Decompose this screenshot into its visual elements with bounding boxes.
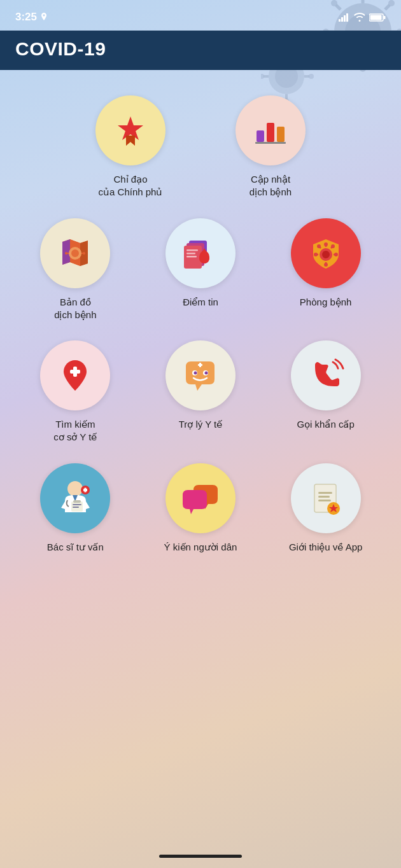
svg-rect-32 [339, 19, 341, 22]
news-icon [181, 234, 220, 272]
main-content: Chỉ đạo của Chính phủ Cập nhật dịch bệnh [0, 70, 401, 585]
svg-point-74 [317, 244, 321, 248]
icon-diem-tin [165, 218, 236, 288]
app-item-cap-nhat[interactable]: Cập nhật dịch bệnh [220, 95, 321, 199]
svg-rect-60 [186, 256, 197, 258]
svg-point-53 [65, 252, 67, 255]
icon-phong-benh [291, 218, 361, 288]
app-item-phong-benh[interactable]: Phòng bệnh [275, 218, 377, 322]
label-ban-do: Bản đồ dịch bệnh [54, 296, 96, 322]
location-plus-icon [56, 356, 94, 395]
svg-point-80 [205, 371, 208, 374]
signal-icon [339, 13, 350, 22]
svg-point-64 [324, 242, 328, 246]
app-title: COVID-19 [15, 38, 386, 60]
shield-virus-icon [307, 234, 345, 272]
medical-bot-icon [179, 355, 221, 396]
svg-point-68 [324, 263, 328, 267]
icon-tro-ly [165, 340, 236, 410]
svg-rect-42 [277, 127, 285, 142]
label-chi-dao: Chỉ đạo của Chính phủ [99, 173, 163, 199]
app-item-y-kien[interactable]: Ý kiến người dân [150, 463, 251, 554]
status-bar: 3:25 [0, 0, 401, 31]
app-item-ban-do[interactable]: Bản đồ dịch bệnh [24, 218, 126, 322]
status-icons [339, 13, 386, 22]
icon-chi-dao [95, 95, 165, 165]
status-time: 3:25 [15, 11, 37, 24]
svg-point-70 [314, 253, 318, 256]
icon-y-kien [165, 463, 236, 533]
label-gioi-thieu: Giới thiệu về App [289, 541, 362, 554]
icon-cap-nhat [236, 95, 306, 165]
app-item-diem-tin[interactable]: Điểm tin [150, 218, 251, 322]
doctor-icon [55, 477, 96, 519]
svg-rect-37 [384, 16, 386, 19]
svg-rect-93 [318, 492, 332, 494]
svg-rect-94 [318, 496, 330, 498]
row-2: Bản đồ dịch bệnh Điểm tin [13, 218, 388, 322]
svg-rect-34 [344, 15, 346, 22]
label-phong-benh: Phòng bệnh [300, 296, 352, 309]
home-indicator [159, 855, 242, 858]
battery-icon [369, 13, 386, 22]
row-3: Tìm kiếm cơ sở Y tế [13, 340, 388, 444]
svg-rect-90 [84, 488, 86, 493]
label-cap-nhat: Cập nhật dịch bệnh [250, 173, 292, 199]
svg-point-45 [71, 249, 79, 257]
label-tro-ly: Trợ lý Y tế [179, 418, 223, 431]
feedback-chat-icon [179, 477, 221, 519]
svg-point-66 [334, 253, 338, 256]
svg-rect-58 [186, 249, 198, 251]
app-info-icon [307, 479, 345, 517]
svg-rect-43 [255, 142, 286, 144]
star-bookmark-icon [111, 111, 150, 150]
app-item-gioi-thieu[interactable]: Giới thiệu về App [275, 463, 377, 554]
svg-rect-40 [257, 130, 264, 142]
icon-bac-si [40, 463, 110, 533]
map-virus-icon [56, 234, 94, 272]
app-header: COVID-19 [0, 31, 401, 70]
svg-point-62 [322, 251, 330, 258]
svg-rect-85 [73, 500, 81, 503]
svg-point-47 [74, 243, 76, 246]
svg-point-49 [83, 252, 85, 255]
location-icon [40, 13, 48, 22]
icon-gioi-thieu [291, 463, 361, 533]
app-item-chi-dao[interactable]: Chỉ đạo của Chính phủ [80, 95, 181, 199]
svg-rect-95 [318, 500, 331, 501]
svg-point-72 [331, 244, 335, 248]
svg-point-83 [67, 481, 83, 496]
app-item-tro-ly[interactable]: Trợ lý Y tế [150, 340, 251, 444]
svg-rect-82 [199, 363, 201, 367]
icon-ban-do [40, 218, 110, 288]
svg-rect-35 [346, 13, 348, 22]
label-bac-si: Bác sĩ tư vấn [47, 541, 104, 554]
label-goi-khan: Gọi khẩn cấp [297, 418, 354, 431]
icon-goi-khan [291, 340, 361, 410]
svg-rect-76 [70, 370, 80, 374]
wifi-icon [354, 13, 365, 22]
label-y-kien: Ý kiến người dân [164, 541, 237, 554]
svg-rect-38 [370, 15, 382, 20]
row-4: Bác sĩ tư vấn Ý kiến người dân [13, 463, 388, 554]
svg-rect-41 [267, 123, 274, 142]
chart-icon [251, 111, 290, 150]
phone-call-icon [307, 357, 344, 394]
app-item-goi-khan[interactable]: Gọi khẩn cấp [275, 340, 377, 444]
label-tim-kiem: Tìm kiếm cơ sở Y tế [53, 418, 97, 444]
svg-rect-86 [73, 504, 81, 505]
svg-point-51 [74, 261, 76, 263]
svg-rect-59 [186, 253, 195, 255]
svg-rect-87 [73, 507, 79, 508]
label-diem-tin: Điểm tin [183, 296, 218, 309]
app-item-bac-si[interactable]: Bác sĩ tư vấn [24, 463, 126, 554]
row-1: Chỉ đạo của Chính phủ Cập nhật dịch bệnh [13, 95, 388, 199]
svg-rect-33 [341, 17, 343, 22]
svg-point-79 [194, 371, 197, 374]
icon-tim-kiem [40, 340, 110, 410]
app-item-tim-kiem[interactable]: Tìm kiếm cơ sở Y tế [24, 340, 126, 444]
